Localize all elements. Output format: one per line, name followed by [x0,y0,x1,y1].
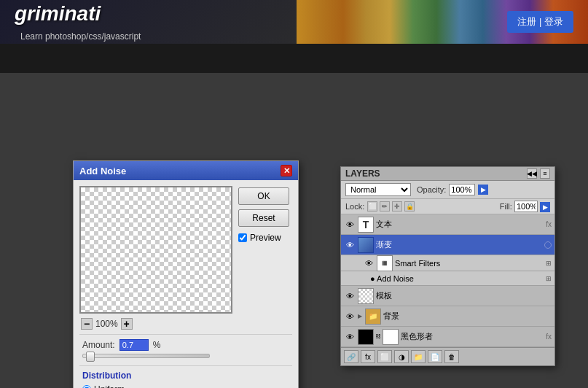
add-style-button[interactable]: fx [361,350,375,363]
zoom-out-button[interactable]: − [81,318,93,330]
filter-options-icon: ⊞ [546,275,552,282]
new-layer-button[interactable]: 📄 [428,350,442,363]
lock-row: Lock: ⬜ ✏ ✛ 🔒 Fill: ▶ [341,199,554,214]
fill-input[interactable] [514,201,538,212]
fill-label: Fill: ▶ [500,201,550,212]
folder-triangle-icon: ▶ [358,313,362,319]
layer-thumbnail-black [358,329,374,345]
layer-row[interactable]: 👁 T 文本 fx [341,214,554,235]
zoom-row: − 100% + [79,318,232,330]
dialog-title: Add Noise [79,166,126,176]
layers-panel-title: LAYERS [345,168,380,179]
collapse-button[interactable]: ◀◀ [527,168,537,179]
preview-left: − 100% + [79,186,232,330]
layer-row[interactable]: 👁 模板 [341,286,554,306]
dark-bar [0,44,588,73]
ok-button[interactable]: OK [238,187,289,205]
amount-label: Amount: [82,340,115,350]
layer-name: 文本 [376,219,542,230]
eye-icon[interactable]: 👁 [344,239,356,251]
layer-thumbnail [358,237,374,253]
delete-layer-button[interactable]: 🗑 [444,350,459,363]
layer-thumbnail: 📁 [365,309,381,325]
add-adjustment-button[interactable]: ◑ [394,350,409,363]
add-noise-layer-row[interactable]: ● Add Noise ⊞ [341,271,554,286]
layers-toolbar: Normal Opacity: ▶ [341,181,554,199]
distribution-title: Distribution [82,370,289,381]
eye-icon[interactable]: 👁 [344,290,356,302]
preview-section: − 100% + OK Reset Preview [79,186,292,330]
right-buttons: OK Reset Preview [238,186,289,330]
opacity-label: Opacity: [417,185,446,194]
layers-controls: ◀◀ ≡ [527,168,550,179]
layer-name: 背景 [383,311,552,322]
add-group-button[interactable]: 📁 [411,350,426,363]
eye-icon[interactable]: 👁 [344,311,356,322]
uniform-radio[interactable] [82,385,91,388]
amount-input[interactable]: 0.7 [119,339,149,351]
layer-thumbnail: T [358,217,374,233]
layer-name: ● Add Noise [370,274,544,283]
slider-thumb [86,352,95,362]
preview-checkbox[interactable] [238,233,247,242]
amount-slider[interactable] [82,354,210,358]
header-right: 注册 | 登录 [507,11,573,33]
zoom-level: 100% [95,319,118,329]
amount-row: Amount: 0.7 % [82,339,289,351]
layer-row[interactable]: 👁 渐变 [341,235,554,255]
filter-options-icon: ⊞ [546,260,552,267]
layers-bottom-bar: 🔗 fx ⬜ ◑ 📁 📄 🗑 [341,347,554,365]
layer-row[interactable]: 👁 ⛓ 黑色形者 fx [341,327,554,347]
close-button[interactable]: ✕ [281,165,292,176]
smart-indicator [544,241,552,249]
layers-panel: LAYERS ◀◀ ≡ Normal Opacity: ▶ Lock: ⬜ ✏ … [340,166,555,366]
lock-all-icon[interactable]: 🔒 [404,201,415,212]
percent-sign: % [153,340,161,350]
add-mask-button[interactable]: ⬜ [377,350,392,363]
layers-titlebar: LAYERS ◀◀ ≡ [341,167,554,181]
layer-thumbnail [358,288,374,304]
layer-name: 黑色形者 [401,331,542,342]
layers-list: 👁 T 文本 fx 👁 渐变 👁 ▦ Smart Filters ⊞ [341,214,554,347]
opacity-expand-button[interactable]: ▶ [478,185,488,195]
site-branding: griminati Learn photoshop/css/javascript [15,2,141,42]
reset-button[interactable]: Reset [238,209,289,227]
register-login-button[interactable]: 注册 | 登录 [507,11,573,33]
layer-row[interactable]: 👁 ▶ 📁 背景 [341,306,554,327]
lock-icons: ⬜ ✏ ✛ 🔒 [367,201,415,212]
dialog-body: − 100% + OK Reset Preview Amou [74,180,298,388]
lock-label: Lock: [345,202,364,211]
add-noise-dialog: Add Noise ✕ − 100% + OK Reset [73,160,299,388]
fill-expand-button[interactable]: ▶ [540,202,550,212]
site-subtitle: Learn photoshop/css/javascript [20,31,141,42]
lock-transparency-icon[interactable]: ⬜ [367,201,377,212]
amount-section: Amount: 0.7 % [79,334,292,362]
uniform-row: Uniform [82,384,289,388]
eye-icon[interactable]: 👁 [344,331,356,343]
preview-label: Preview [250,233,281,243]
layer-name: 模板 [376,290,552,301]
layer-name: 渐变 [376,239,542,250]
link-layers-button[interactable]: 🔗 [344,350,358,363]
site-title: griminati [15,2,141,26]
lock-paint-icon[interactable]: ✏ [380,201,390,212]
blend-mode-select[interactable]: Normal [345,183,411,196]
layer-thumbnail: ▦ [377,255,393,271]
preview-check-row: Preview [238,233,289,243]
menu-button[interactable]: ≡ [540,168,550,179]
eye-icon[interactable]: 👁 [344,219,356,230]
fx-label: fx [546,220,552,228]
eye-icon[interactable]: 👁 [363,257,375,269]
opacity-input[interactable] [449,184,475,195]
zoom-in-button[interactable]: + [121,318,133,330]
layer-mask-thumbnail [383,329,399,345]
fx-label: fx [546,333,552,341]
preview-canvas [79,186,232,314]
content-area: Add Noise ✕ − 100% + OK Reset [0,73,588,388]
uniform-label: Uniform [94,384,125,388]
smart-filter-row[interactable]: 👁 ▦ Smart Filters ⊞ [341,255,554,271]
lock-move-icon[interactable]: ✛ [392,201,402,212]
dialog-titlebar: Add Noise ✕ [74,161,298,180]
header: griminati Learn photoshop/css/javascript… [0,0,588,44]
layer-name: Smart Filters [395,259,544,268]
